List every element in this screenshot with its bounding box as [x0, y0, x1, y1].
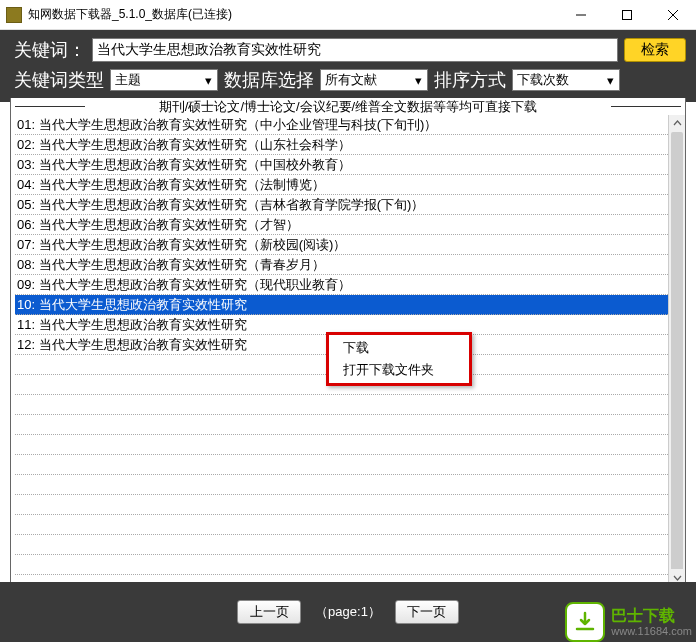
page-label: （page:1）: [315, 603, 381, 621]
empty-row: [15, 415, 668, 435]
sort-select[interactable]: 下载次数 ▾: [512, 69, 620, 91]
row-text: 当代大学生思想政治教育实效性研究（山东社会科学）: [39, 137, 351, 152]
row-index: 04:: [17, 177, 39, 192]
row-text: 当代大学生思想政治教育实效性研究: [39, 297, 247, 312]
row-index: 11:: [17, 317, 39, 332]
row-text: 当代大学生思想政治教育实效性研究: [39, 317, 247, 332]
keyword-type-label: 关键词类型: [14, 68, 104, 92]
watermark-url: www.11684.com: [611, 625, 692, 638]
result-row[interactable]: 07: 当代大学生思想政治教育实效性研究（新校园(阅读)）: [15, 235, 668, 255]
empty-row: [15, 555, 668, 575]
row-index: 07:: [17, 237, 39, 252]
close-button[interactable]: [650, 0, 696, 30]
maximize-button[interactable]: [604, 0, 650, 30]
row-text: 当代大学生思想政治教育实效性研究（新校园(阅读)）: [39, 237, 347, 252]
row-index: 08:: [17, 257, 39, 272]
row-index: 05:: [17, 197, 39, 212]
empty-row: [15, 535, 668, 555]
row-text: 当代大学生思想政治教育实效性研究（吉林省教育学院学报(下旬)）: [39, 197, 425, 212]
scroll-thumb[interactable]: [671, 132, 683, 572]
download-icon: [565, 602, 605, 642]
results-legend: 期刊/硕士论文/博士论文/会议纪要/维普全文数据等等均可直接下载: [11, 98, 685, 116]
result-row[interactable]: 05: 当代大学生思想政治教育实效性研究（吉林省教育学院学报(下旬)）: [15, 195, 668, 215]
keyword-input[interactable]: [92, 38, 618, 62]
chevron-down-icon: ▾: [412, 73, 425, 88]
row-text: 当代大学生思想政治教育实效性研究（法制博览）: [39, 177, 325, 192]
context-download[interactable]: 下载: [329, 337, 469, 359]
row-index: 01:: [17, 117, 39, 132]
row-index: 12:: [17, 337, 39, 352]
keyword-type-select[interactable]: 主题 ▾: [110, 69, 218, 91]
window-title: 知网数据下载器_5.1.0_数据库(已连接): [28, 6, 558, 23]
empty-row: [15, 455, 668, 475]
result-row[interactable]: 10: 当代大学生思想政治教育实效性研究: [15, 295, 668, 315]
scrollbar[interactable]: [668, 115, 685, 586]
context-menu: 下载 打开下载文件夹: [326, 332, 472, 386]
prev-page-button[interactable]: 上一页: [237, 600, 301, 624]
sort-label: 排序方式: [434, 68, 506, 92]
minimize-button[interactable]: [558, 0, 604, 30]
result-row[interactable]: 04: 当代大学生思想政治教育实效性研究（法制博览）: [15, 175, 668, 195]
toolbar: 关键词： 检索 关键词类型 主题 ▾ 数据库选择 所有文献 ▾ 排序方式 下载次…: [0, 30, 696, 102]
result-row[interactable]: 03: 当代大学生思想政治教育实效性研究（中国校外教育）: [15, 155, 668, 175]
row-text: 当代大学生思想政治教育实效性研究（才智）: [39, 217, 299, 232]
watermark-name: 巴士下载: [611, 606, 692, 625]
empty-row: [15, 515, 668, 535]
database-value: 所有文献: [325, 71, 377, 89]
database-select[interactable]: 所有文献 ▾: [320, 69, 428, 91]
scroll-up-button[interactable]: [669, 115, 685, 132]
app-icon: [6, 7, 22, 23]
row-text: 当代大学生思想政治教育实效性研究（青春岁月）: [39, 257, 325, 272]
chevron-down-icon: ▾: [604, 73, 617, 88]
sort-value: 下载次数: [517, 71, 569, 89]
row-index: 09:: [17, 277, 39, 292]
empty-row: [15, 475, 668, 495]
svg-rect-1: [623, 10, 632, 19]
row-text: 当代大学生思想政治教育实效性研究（现代职业教育）: [39, 277, 351, 292]
keyword-type-value: 主题: [115, 71, 141, 89]
watermark: 巴士下载 www.11684.com: [565, 602, 692, 642]
row-index: 10:: [17, 297, 39, 312]
result-row[interactable]: 08: 当代大学生思想政治教育实效性研究（青春岁月）: [15, 255, 668, 275]
result-row[interactable]: 09: 当代大学生思想政治教育实效性研究（现代职业教育）: [15, 275, 668, 295]
database-label: 数据库选择: [224, 68, 314, 92]
empty-row: [15, 495, 668, 515]
empty-row: [15, 435, 668, 455]
result-row[interactable]: 01: 当代大学生思想政治教育实效性研究（中小企业管理与科技(下旬刊)）: [15, 115, 668, 135]
row-text: 当代大学生思想政治教育实效性研究（中小企业管理与科技(下旬刊)）: [39, 117, 438, 132]
row-index: 02:: [17, 137, 39, 152]
row-text: 当代大学生思想政治教育实效性研究: [39, 337, 247, 352]
context-open-folder[interactable]: 打开下载文件夹: [329, 359, 469, 381]
next-page-button[interactable]: 下一页: [395, 600, 459, 624]
result-row[interactable]: 02: 当代大学生思想政治教育实效性研究（山东社会科学）: [15, 135, 668, 155]
row-index: 06:: [17, 217, 39, 232]
chevron-down-icon: ▾: [202, 73, 215, 88]
empty-row: [15, 395, 668, 415]
titlebar: 知网数据下载器_5.1.0_数据库(已连接): [0, 0, 696, 30]
result-row[interactable]: 06: 当代大学生思想政治教育实效性研究（才智）: [15, 215, 668, 235]
row-index: 03:: [17, 157, 39, 172]
results-legend-text: 期刊/硕士论文/博士论文/会议纪要/维普全文数据等等均可直接下载: [159, 99, 537, 114]
search-button[interactable]: 检索: [624, 38, 686, 62]
keyword-label: 关键词：: [14, 38, 86, 62]
row-text: 当代大学生思想政治教育实效性研究（中国校外教育）: [39, 157, 351, 172]
